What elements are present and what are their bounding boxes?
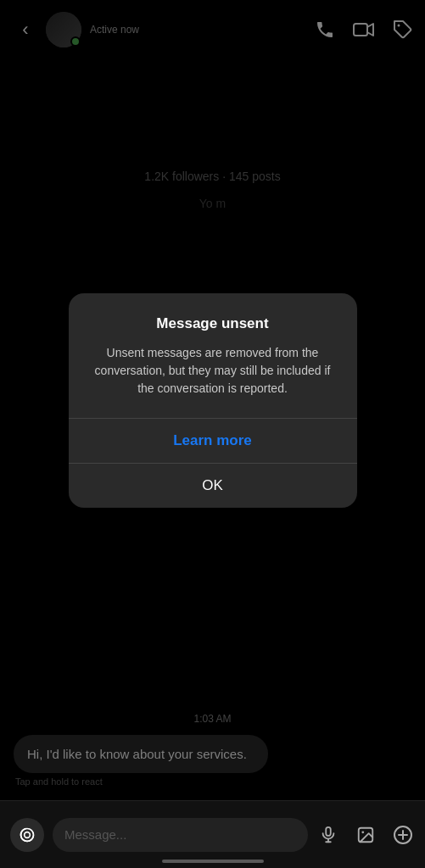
image-icon — [356, 826, 375, 844]
microphone-button[interactable] — [316, 823, 340, 847]
home-indicator — [162, 860, 264, 863]
svg-point-2 — [25, 832, 31, 837]
camera-icon — [19, 826, 36, 843]
message-input[interactable]: Message... — [53, 818, 308, 852]
plus-circle-icon — [393, 825, 413, 845]
dialog-overlay: Message unsent Unsent messages are remov… — [0, 0, 425, 800]
learn-more-label: Learn more — [173, 432, 252, 448]
svg-rect-4 — [326, 826, 331, 835]
bottom-bar: Message... — [0, 800, 425, 868]
dialog-body: Message unsent Unsent messages are remov… — [69, 293, 357, 415]
svg-point-8 — [361, 831, 364, 833]
svg-point-3 — [21, 828, 34, 841]
message-placeholder: Message... — [64, 827, 126, 842]
dialog-message: Unsent messages are removed from the con… — [89, 344, 337, 398]
microphone-icon — [319, 826, 338, 844]
bottom-icons — [316, 823, 415, 847]
dialog-title: Message unsent — [89, 315, 337, 332]
ok-button[interactable]: OK — [69, 464, 357, 508]
message-unsent-dialog: Message unsent Unsent messages are remov… — [69, 293, 357, 508]
add-button[interactable] — [391, 823, 415, 847]
ok-label: OK — [202, 477, 223, 493]
learn-more-button[interactable]: Learn more — [69, 419, 357, 464]
image-button[interactable] — [354, 823, 377, 847]
camera-button[interactable] — [10, 818, 44, 852]
